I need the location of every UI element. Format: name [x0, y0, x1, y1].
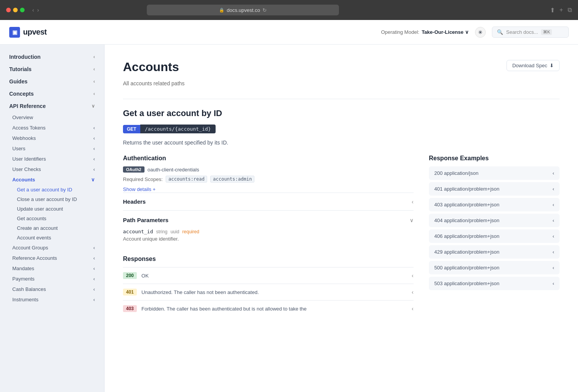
sidebar-item-payments[interactable]: Payments ‹: [0, 274, 104, 284]
sidebar-item-get-account-by-id[interactable]: Get a user account by ID: [0, 185, 104, 194]
auth-type: oauth-client-credentials: [148, 167, 199, 173]
close-button[interactable]: [6, 8, 11, 12]
chevron-down-icon: ∨: [465, 29, 469, 35]
sidebar-item-introduction[interactable]: Introduction ‹: [0, 51, 104, 63]
response-text-403: Forbidden. The caller has been authentic…: [141, 306, 307, 312]
lock-icon: 🔒: [219, 8, 224, 13]
sidebar-item-access-tokens[interactable]: Access Tokens ‹: [0, 123, 104, 133]
sidebar-item-tutorials[interactable]: Tutorials ‹: [0, 63, 104, 75]
url-bar[interactable]: 🔒 docs.upvest.co ↻: [147, 5, 339, 15]
chevron-icon: ‹: [93, 146, 95, 151]
chevron-icon: ‹: [93, 276, 95, 282]
search-shortcut: ⌘K: [541, 29, 552, 35]
chevron-icon: ‹: [93, 79, 95, 84]
response-row-403[interactable]: 403 Forbidden. The caller has been authe…: [123, 300, 414, 317]
response-example-406[interactable]: 406 application/problem+json ‹: [429, 229, 560, 243]
sidebar-item-users[interactable]: Users ‹: [0, 143, 104, 154]
response-row-200[interactable]: 200 OK ‹: [123, 267, 414, 284]
sidebar: Introduction ‹ Tutorials ‹ Guides ‹ Conc…: [0, 45, 105, 392]
sidebar-item-instruments[interactable]: Instruments ‹: [0, 294, 104, 305]
response-example-chevron-200: ‹: [553, 170, 554, 176]
response-left-403: 403 Forbidden. The caller has been authe…: [123, 305, 307, 312]
headers-label: Headers: [123, 198, 146, 205]
operating-model-value[interactable]: Take-Our-License ∨: [422, 29, 469, 35]
response-chevron-200: ‹: [412, 272, 414, 279]
logo[interactable]: ▣ upvest: [9, 27, 47, 38]
share-icon[interactable]: ⬆: [550, 7, 555, 14]
response-row-401[interactable]: 401 Unauthorized. The caller has not bee…: [123, 284, 414, 300]
sidebar-item-webhooks[interactable]: Webhooks ‹: [0, 133, 104, 143]
theme-toggle-button[interactable]: ✳: [475, 27, 486, 38]
sidebar-item-get-accounts[interactable]: Get accounts: [0, 214, 104, 223]
logo-text: upvest: [23, 28, 47, 37]
path-params-section: Path Parameters ∨ account_id string uuid…: [123, 210, 414, 252]
chevron-icon: ‹: [93, 156, 95, 162]
headers-section[interactable]: Headers ‹: [123, 193, 414, 210]
logo-icon: ▣: [9, 27, 20, 38]
chevron-icon: ‹: [93, 166, 95, 172]
sidebar-item-cash-balances[interactable]: Cash Balances ‹: [0, 284, 104, 294]
show-details-link[interactable]: Show details +: [123, 186, 156, 192]
divider: [123, 99, 560, 99]
chevron-icon: ‹: [93, 255, 95, 261]
param-name: account_id: [123, 229, 153, 234]
sidebar-item-accounts[interactable]: Accounts ∨: [0, 174, 104, 185]
response-example-503[interactable]: 503 application/problem+json ‹: [429, 277, 560, 290]
response-example-429[interactable]: 429 application/problem+json ‹: [429, 245, 560, 259]
auth-row: OAuth2 oauth-client-credentials: [123, 166, 414, 173]
fullscreen-button[interactable]: [20, 8, 25, 12]
reload-icon[interactable]: ↻: [262, 7, 267, 13]
page-description: All accounts related paths: [123, 80, 560, 86]
sidebar-item-guides[interactable]: Guides ‹: [0, 75, 104, 88]
sidebar-item-account-events[interactable]: Account events: [0, 233, 104, 243]
sidebar-item-account-groups[interactable]: Account Groups ‹: [0, 243, 104, 253]
response-example-401[interactable]: 401 application/problem+json ‹: [429, 182, 560, 196]
sidebar-item-user-checks[interactable]: User Checks ‹: [0, 164, 104, 174]
main-layout: Introduction ‹ Tutorials ‹ Guides ‹ Conc…: [0, 45, 578, 392]
response-text-401: Unauthorized. The caller has not been au…: [141, 289, 259, 295]
response-left: 200 OK: [123, 272, 149, 279]
url-text: docs.upvest.co: [227, 7, 260, 13]
new-tab-icon[interactable]: +: [560, 7, 563, 14]
page-header: Accounts Download Spec ⬇: [123, 60, 560, 74]
forward-button[interactable]: ›: [37, 7, 39, 13]
download-spec-label: Download Spec: [512, 63, 547, 68]
operating-model: Operating Model: Take-Our-License ∨: [381, 29, 469, 35]
header: ▣ upvest Operating Model: Take-Our-Licen…: [0, 20, 578, 45]
response-chevron-401: ‹: [412, 289, 414, 295]
param-format: uuid: [171, 229, 179, 234]
browser-chrome: ‹ › 🔒 docs.upvest.co ↻ ⬆ + ⧉: [0, 0, 578, 20]
sidebar-item-concepts[interactable]: Concepts ‹: [0, 88, 104, 100]
response-example-200[interactable]: 200 application/json ‹: [429, 166, 560, 180]
minimize-button[interactable]: [13, 8, 18, 12]
sidebar-item-close-account-by-id[interactable]: Close a user account by ID: [0, 194, 104, 204]
path-params-header[interactable]: Path Parameters ∨: [123, 217, 414, 229]
response-example-chevron-503: ‹: [553, 281, 554, 286]
search-bar[interactable]: 🔍 Search docs... ⌘K: [492, 27, 569, 38]
response-example-label-200: 200 application/json: [434, 170, 478, 176]
response-examples-title: Response Examples: [429, 155, 560, 162]
sidebar-item-reference-accounts[interactable]: Reference Accounts ‹: [0, 253, 104, 263]
left-column: Authentication OAuth2 oauth-client-crede…: [123, 155, 414, 317]
chevron-icon: ‹: [93, 135, 95, 141]
response-example-label-403: 403 application/problem+json: [434, 202, 499, 208]
chevron-icon: ‹: [93, 66, 95, 72]
response-example-500[interactable]: 500 application/problem+json ‹: [429, 261, 560, 274]
responses-title: Responses: [123, 256, 414, 262]
back-button[interactable]: ‹: [32, 7, 34, 13]
download-spec-button[interactable]: Download Spec ⬇: [507, 60, 560, 71]
auth-title: Authentication: [123, 155, 414, 162]
sidebar-item-user-identifiers[interactable]: User Identifiers ‹: [0, 154, 104, 164]
sidebar-item-create-account[interactable]: Create an account: [0, 223, 104, 233]
response-example-403[interactable]: 403 application/problem+json ‹: [429, 198, 560, 211]
content-area: Accounts Download Spec ⬇ All accounts re…: [105, 45, 578, 392]
window-icon[interactable]: ⧉: [568, 7, 572, 14]
sidebar-item-mandates[interactable]: Mandates ‹: [0, 263, 104, 274]
scopes-label: Required Scopes:: [123, 176, 163, 182]
response-example-label-500: 500 application/problem+json: [434, 265, 499, 271]
chevron-icon: ‹: [93, 245, 95, 251]
sidebar-item-api-reference[interactable]: API Reference ∨: [0, 100, 104, 112]
response-example-404[interactable]: 404 application/problem+json ‹: [429, 214, 560, 227]
sidebar-item-update-account[interactable]: Update user account: [0, 204, 104, 214]
sidebar-item-overview[interactable]: Overview: [0, 112, 104, 123]
